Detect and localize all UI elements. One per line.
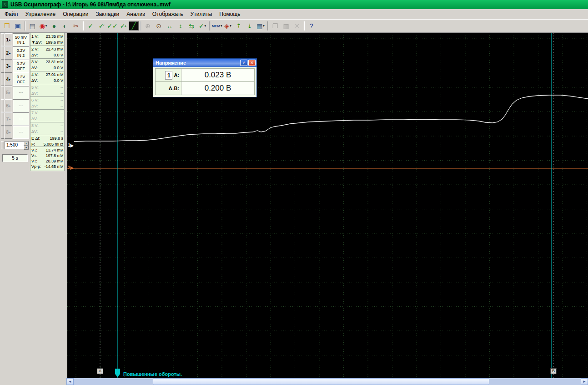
- channel-1-range-box[interactable]: 50 mVIN 1: [13, 33, 29, 46]
- trace-marker-1[interactable]: 1▶: [68, 143, 74, 148]
- zoom-search-button[interactable]: ⊙: [153, 21, 164, 31]
- auto-measure-icon: ✓: [199, 23, 204, 29]
- cursor-b-handle[interactable]: B: [550, 368, 557, 374]
- measure-on-button[interactable]: ✓: [85, 21, 96, 31]
- arrow-right-icon: ►: [583, 380, 586, 384]
- arrow-left-icon: ◄: [68, 380, 72, 384]
- voltage-window-titlebar[interactable]: Напряжение ˅ ✕: [153, 59, 256, 67]
- channel-5-measurements: 5 V:--ΔV:--: [30, 84, 65, 97]
- menu-item-2[interactable]: Управление: [22, 10, 60, 18]
- windows-button[interactable]: ❐: [270, 21, 281, 31]
- channel-6-grip[interactable]: [1, 99, 4, 112]
- channel-5-grip[interactable]: [1, 86, 4, 99]
- channel-3-range-box[interactable]: 0.2VOFF: [13, 60, 29, 73]
- channel-5-range-box[interactable]: ---: [13, 86, 29, 99]
- menu-item-4[interactable]: Закладки: [92, 10, 123, 18]
- signal-down-button[interactable]: ⇣: [244, 21, 255, 31]
- menu-item-6[interactable]: Отображать: [149, 10, 187, 18]
- delete-data-button[interactable]: ✕: [291, 21, 302, 31]
- help-button[interactable]: ?: [306, 21, 317, 31]
- channel-4-range-box[interactable]: 0.2VOFF: [13, 73, 29, 86]
- marks-button[interactable]: ◈▾: [222, 21, 233, 31]
- fit-screen-button[interactable]: ⇆: [186, 21, 197, 31]
- channel-2-input-value: IN 2: [13, 53, 29, 58]
- print-button[interactable]: ▤: [27, 21, 38, 31]
- channel-1-range-value: 50 mV: [13, 35, 29, 40]
- channel-2-button[interactable]: 2▸: [5, 46, 12, 60]
- scrollbar-thumb[interactable]: [153, 378, 489, 385]
- voltage-window[interactable]: Напряжение ˅ ✕ 1 A: 0.023 В A-B:: [153, 58, 257, 97]
- menu-item-7[interactable]: Утилиты: [187, 10, 216, 18]
- v-value: --: [60, 97, 63, 103]
- memory-icon: МЕМ: [211, 24, 220, 28]
- spin-down-icon[interactable]: ▼: [24, 146, 29, 150]
- stop-record-icon: ◉: [40, 23, 45, 29]
- trace-marker-2[interactable]: 2▶: [68, 165, 74, 171]
- close-button[interactable]: ✕: [248, 60, 256, 66]
- chevron-down-icon: ˅: [242, 61, 245, 65]
- grid-settings-button[interactable]: ▦▾: [255, 21, 266, 31]
- window-titlebar[interactable]: ≈ USB Осциллограф - I:\ Игорь 96 08\Лямб…: [0, 0, 588, 9]
- channel-4-grip[interactable]: [1, 73, 4, 86]
- signal-up-button[interactable]: ⇡: [233, 21, 244, 31]
- channel-8-dv-line: ΔV:--: [31, 129, 63, 135]
- measure-double-button[interactable]: ✓✓: [107, 21, 118, 31]
- oscilloscope-display[interactable]: Напряжение ˅ ✕ 1 A: 0.023 В A-B:: [67, 33, 588, 378]
- channel-6-button[interactable]: 6▸: [5, 99, 12, 112]
- channel-3-grip[interactable]: [1, 60, 4, 73]
- channel-2-dv-line: ΔV:0.0 V: [31, 52, 63, 58]
- channel-7-grip[interactable]: [1, 112, 4, 126]
- measure-diagonal-button[interactable]: ╱: [129, 21, 139, 30]
- channel-7-range-value: ---: [13, 117, 29, 122]
- cursor-a-handle[interactable]: A: [97, 368, 103, 374]
- compression-spinner[interactable]: 1:500▲▼: [5, 141, 29, 149]
- waveform-canvas[interactable]: [67, 33, 588, 378]
- menu-item-5[interactable]: Анализ: [123, 10, 149, 18]
- web-button[interactable]: ⊕: [142, 21, 153, 31]
- channel-7-range-box[interactable]: ---: [13, 112, 29, 126]
- channel-2-grip[interactable]: [1, 46, 4, 60]
- collapse-button[interactable]: ˅: [240, 60, 247, 66]
- settings-tools-button[interactable]: ✂: [70, 21, 81, 31]
- channel-8-grip[interactable]: [1, 126, 4, 139]
- channel-8-button[interactable]: 8▸: [5, 126, 12, 139]
- channel-1-grip[interactable]: [1, 33, 4, 46]
- v-value: 23.81 mV: [45, 59, 63, 65]
- fit-horizontal-button[interactable]: ↔: [164, 21, 175, 31]
- stat-label: V↕:: [31, 153, 37, 158]
- v-value: 22.43 mV: [45, 46, 63, 52]
- measure-add-button[interactable]: ✓+: [118, 21, 129, 31]
- channel-2-range-box[interactable]: 0.2VIN 2: [13, 46, 29, 60]
- voltage-window-body: 1 A: 0.023 В A-B: 0.200 В: [153, 67, 256, 97]
- save-file-button[interactable]: ▣: [12, 21, 23, 31]
- fit-vertical-button[interactable]: ↕: [175, 21, 186, 31]
- stat-label: Vp-p:: [31, 164, 41, 169]
- scroll-left-button[interactable]: ◄: [66, 378, 74, 385]
- single-shot-button[interactable]: ◐: [60, 21, 70, 31]
- run-button[interactable]: ●: [49, 21, 60, 31]
- channel-6-range-box[interactable]: ---: [13, 99, 29, 112]
- channel-6-measurements: 6 V:--ΔV:--: [30, 96, 65, 110]
- channel-7-button[interactable]: 7▸: [5, 112, 12, 126]
- auto-measure-button[interactable]: ✓▾: [197, 21, 208, 31]
- spin-up-icon[interactable]: ▲: [24, 142, 29, 146]
- memory-button[interactable]: МЕМ▾: [211, 21, 222, 31]
- menu-item-1[interactable]: Файл: [1, 10, 22, 18]
- open-file-button[interactable]: ❒: [1, 21, 12, 31]
- horizontal-scrollbar[interactable]: ◄ ►: [66, 378, 588, 385]
- channel-8-range-box[interactable]: ---: [13, 126, 29, 139]
- time-per-div-box[interactable]: 5 s: [2, 154, 28, 162]
- channel-5-button[interactable]: 5▸: [5, 86, 12, 99]
- channel-number-box[interactable]: 1: [165, 71, 172, 80]
- stop-record-button[interactable]: ◉▾: [38, 21, 49, 31]
- measure-vertical-button[interactable]: ✓ˇ: [96, 21, 107, 31]
- scroll-right-button[interactable]: ►: [581, 378, 588, 385]
- channel-3-button[interactable]: 3▸: [5, 60, 12, 73]
- menu-item-8[interactable]: Помощь: [216, 10, 244, 18]
- timebase-grip[interactable]: [1, 141, 4, 149]
- dv-value: --: [60, 116, 63, 122]
- menu-item-3[interactable]: Операции: [59, 10, 92, 18]
- copy-image-button[interactable]: ▥: [281, 21, 291, 31]
- channel-4-button[interactable]: 4▸: [5, 73, 12, 86]
- channel-1-button[interactable]: 1▸: [5, 33, 12, 46]
